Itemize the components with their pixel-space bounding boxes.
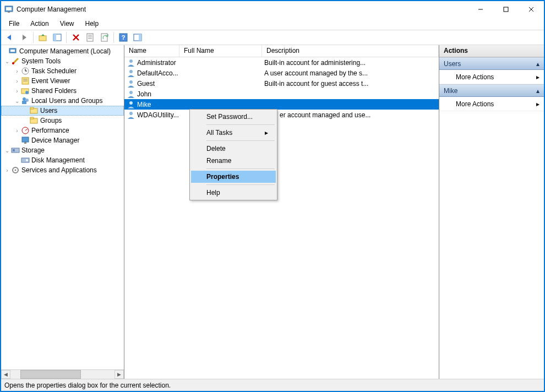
ctx-properties[interactable]: Properties [191, 171, 276, 183]
show-hide-tree-button[interactable] [51, 31, 63, 43]
tree-services-apps[interactable]: › Services and Applications [1, 165, 124, 175]
ctx-rename[interactable]: Rename [191, 155, 276, 167]
actions-section-mike[interactable]: Mike ▴ [439, 84, 544, 97]
cell-text: Administrator [137, 59, 176, 67]
scrollbar-thumb[interactable] [20, 370, 81, 379]
ctx-separator [206, 140, 275, 141]
column-header-description[interactable]: Description [262, 45, 439, 57]
expander-icon[interactable]: ⌄ [3, 148, 11, 154]
svg-point-51 [129, 80, 133, 84]
user-row-defaultaccount[interactable]: DefaultAcco... A user account managed by… [124, 68, 439, 78]
svg-rect-4 [504, 7, 508, 12]
tree-label: Task Scheduler [31, 67, 77, 75]
scroll-right-arrow-icon[interactable]: ▶ [115, 370, 124, 379]
expander-icon[interactable]: ⌄ [3, 58, 11, 64]
help-icon: ? [119, 33, 128, 42]
tree-users[interactable]: Users [1, 106, 124, 116]
user-row-guest[interactable]: Guest Built-in account for guest access … [124, 78, 439, 89]
svg-point-23 [12, 62, 14, 64]
user-icon [127, 79, 135, 88]
scroll-left-arrow-icon[interactable]: ◀ [1, 370, 10, 379]
cell-text: DefaultAcco... [137, 69, 178, 77]
event-icon [21, 77, 30, 85]
column-header-name[interactable]: Name [124, 45, 179, 57]
svg-rect-38 [30, 117, 34, 119]
computer-icon [9, 47, 18, 56]
menu-view[interactable]: View [54, 19, 80, 29]
properties-button[interactable] [84, 31, 96, 43]
svg-point-50 [129, 70, 133, 73]
tree-storage[interactable]: ⌄ Storage [1, 145, 124, 155]
ctx-set-password[interactable]: Set Password... [191, 111, 276, 123]
expander-icon[interactable]: › [13, 128, 21, 134]
ctx-separator [206, 124, 275, 125]
list-body[interactable]: Administrator Built-in account for admin… [124, 57, 439, 379]
shared-folder-icon [21, 86, 30, 95]
back-button[interactable] [3, 31, 16, 43]
users-groups-icon [21, 96, 30, 105]
user-row-administrator[interactable]: Administrator Built-in account for admin… [124, 57, 439, 68]
menu-action[interactable]: Action [25, 19, 54, 29]
expander-icon[interactable]: › [3, 167, 11, 173]
toolbar-separator [33, 32, 34, 43]
delete-button[interactable] [69, 31, 82, 43]
submenu-arrow-icon: ▸ [536, 73, 539, 81]
ctx-separator [206, 168, 275, 169]
actions-section-users[interactable]: Users ▴ [439, 57, 544, 70]
maximize-button[interactable] [493, 1, 519, 18]
submenu-arrow-icon: ▸ [265, 129, 268, 137]
expander-icon[interactable]: › [13, 88, 21, 94]
ctx-delete[interactable]: Delete [191, 143, 276, 155]
close-button[interactable] [519, 1, 544, 18]
section-label: Users [444, 60, 461, 68]
expander-icon[interactable]: ⌄ [13, 98, 21, 104]
actions-more-users[interactable]: More Actions ▸ [439, 70, 544, 84]
svg-point-46 [26, 159, 28, 161]
tree-task-scheduler[interactable]: › Task Scheduler [1, 66, 124, 76]
tree-groups[interactable]: Groups [1, 116, 124, 126]
svg-rect-22 [10, 50, 15, 52]
svg-rect-9 [53, 34, 56, 41]
expander-icon[interactable]: › [13, 78, 21, 84]
menubar: File Action View Help [1, 18, 544, 30]
user-row-mike[interactable]: Mike [124, 99, 439, 110]
show-actions-button[interactable] [131, 31, 144, 43]
menu-help[interactable]: Help [80, 19, 105, 29]
forward-button[interactable] [18, 31, 30, 43]
tree-root[interactable]: Computer Management (Local) [1, 46, 124, 56]
up-button[interactable] [36, 31, 49, 43]
section-label: Mike [444, 87, 457, 95]
ctx-help[interactable]: Help [191, 187, 276, 199]
tree-device-manager[interactable]: Device Manager [1, 135, 124, 145]
tree-label: Groups [40, 117, 62, 124]
ctx-all-tasks[interactable]: All Tasks▸ [191, 127, 276, 139]
tree-local-users-groups[interactable]: ⌄ Local Users and Groups [1, 96, 124, 106]
ctx-separator [206, 184, 275, 185]
tree-event-viewer[interactable]: › Event Viewer [1, 76, 124, 86]
tree-system-tools[interactable]: ⌄ System Tools [1, 56, 124, 66]
help-button[interactable]: ? [117, 31, 129, 43]
user-row-john[interactable]: John [124, 89, 439, 99]
svg-text:?: ? [121, 34, 125, 41]
tree-shared-folders[interactable]: › Shared Folders [1, 86, 124, 96]
folder-icon [30, 106, 39, 115]
scrollbar-track[interactable] [81, 370, 115, 379]
user-row-wdagutility[interactable]: WDAGUtility... er account managed and us… [124, 110, 439, 120]
menu-file[interactable]: File [3, 19, 25, 29]
tools-icon [11, 57, 20, 66]
tree[interactable]: Computer Management (Local) ⌄ System Too… [1, 45, 124, 369]
tree-label: Performance [31, 127, 69, 134]
actions-more-mike[interactable]: More Actions ▸ [439, 97, 544, 111]
expander-icon[interactable]: › [13, 68, 21, 74]
toolbar: ? [1, 30, 544, 45]
tree-disk-management[interactable]: Disk Management [1, 155, 124, 165]
performance-icon [21, 126, 30, 135]
tree-performance[interactable]: › Performance [1, 126, 124, 135]
minimize-button[interactable] [468, 1, 493, 18]
close-icon [528, 7, 534, 12]
tree-label: Device Manager [31, 137, 79, 144]
tree-horizontal-scrollbar[interactable]: ◀ ▶ [1, 369, 124, 379]
column-header-fullname[interactable]: Full Name [179, 45, 262, 57]
refresh-button[interactable] [98, 31, 111, 43]
svg-rect-12 [87, 34, 93, 41]
